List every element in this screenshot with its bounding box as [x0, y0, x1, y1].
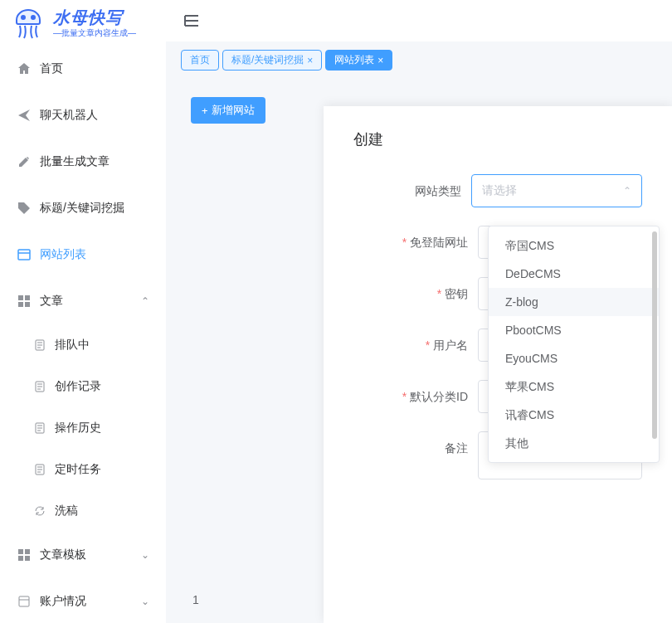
- tab-home[interactable]: 首页: [181, 50, 219, 71]
- sidebar-item-sites[interactable]: 网站列表: [0, 231, 166, 278]
- sidebar-item-label: 聊天机器人: [40, 108, 98, 123]
- form-label: 用户名: [353, 329, 478, 362]
- logo: 水母快写 —批量文章内容生成—: [0, 0, 166, 46]
- tab-label: 网站列表: [334, 53, 374, 67]
- grid-icon: [17, 294, 32, 309]
- plus-icon: +: [202, 105, 208, 117]
- pager-number: 1: [192, 593, 199, 606]
- svg-rect-24: [18, 549, 23, 554]
- app-subtitle: —批量文章内容生成—: [53, 27, 136, 39]
- svg-rect-27: [25, 556, 30, 561]
- edit-icon: [17, 154, 32, 169]
- button-label: 新增网站: [212, 103, 255, 118]
- close-icon[interactable]: ×: [377, 55, 383, 66]
- submenu-label: 定时任务: [55, 462, 101, 477]
- option-empire-cms[interactable]: 帝国CMS: [489, 231, 659, 260]
- doc-icon: [33, 463, 46, 476]
- sidebar-item-templates[interactable]: 文章模板 ⌄: [0, 532, 166, 578]
- tab-keywords[interactable]: 标题/关键词挖掘×: [222, 50, 322, 71]
- sidebar-item-home[interactable]: 首页: [0, 46, 166, 92]
- sidebar-item-label: 账户情况: [40, 594, 86, 609]
- form-label: 默认分类ID: [353, 380, 478, 413]
- svg-rect-5: [25, 295, 30, 300]
- tag-icon: [17, 201, 32, 216]
- home-icon: [17, 61, 32, 76]
- jellyfish-logo-icon: [8, 3, 48, 43]
- submenu-queue[interactable]: 排队中: [0, 324, 166, 366]
- svg-rect-7: [25, 302, 30, 307]
- form-label: 免登陆网址: [353, 226, 478, 259]
- dropdown-scrollbar[interactable]: [652, 231, 657, 457]
- grid-icon: [17, 548, 32, 562]
- svg-rect-4: [18, 295, 23, 300]
- sidebar: 水母快写 —批量文章内容生成— 首页 聊天机器人 批量生成文章 标题/关键词挖掘…: [0, 0, 166, 623]
- sidebar-item-keywords[interactable]: 标题/关键词挖掘: [0, 185, 166, 231]
- sidebar-item-label: 标题/关键词挖掘: [40, 201, 124, 216]
- account-icon: [17, 594, 32, 609]
- svg-rect-26: [18, 556, 23, 561]
- tab-label: 首页: [190, 53, 210, 67]
- hamburger-icon[interactable]: [183, 12, 201, 30]
- chevron-up-icon: ⌃: [141, 295, 149, 307]
- sidebar-item-label: 文章模板: [40, 548, 86, 562]
- sidebar-item-label: 网站列表: [40, 247, 86, 262]
- form-label: 网站类型: [353, 174, 471, 207]
- window-icon: [17, 247, 32, 262]
- option-applecms[interactable]: 苹果CMS: [489, 372, 659, 401]
- app-name: 水母快写: [53, 7, 136, 29]
- send-icon: [17, 108, 32, 123]
- submenu-history[interactable]: 操作历史: [0, 407, 166, 449]
- chevron-up-icon: ⌃: [623, 185, 631, 197]
- svg-rect-25: [25, 549, 30, 554]
- svg-rect-2: [18, 250, 30, 260]
- tab-label: 标题/关键词挖掘: [231, 53, 304, 67]
- sidebar-item-label: 首页: [40, 61, 63, 76]
- tab-sites[interactable]: 网站列表×: [325, 50, 392, 71]
- main-area: 首页 标题/关键词挖掘× 网站列表× +新增网站 1 创建 网站类型 请选择 ⌃…: [166, 0, 672, 623]
- submenu-label: 排队中: [55, 338, 90, 353]
- submenu-label: 洗稿: [55, 504, 78, 518]
- chevron-down-icon: ⌄: [141, 549, 149, 561]
- form-label: 备注: [353, 431, 478, 465]
- option-pbootcms[interactable]: PbootCMS: [489, 316, 659, 344]
- chevron-down-icon: ⌄: [141, 596, 149, 607]
- submenu-label: 创作记录: [55, 379, 101, 394]
- option-eyoucms[interactable]: EyouCMS: [489, 344, 659, 372]
- sidebar-item-account[interactable]: 账户情况 ⌄: [0, 578, 166, 623]
- refresh-icon: [33, 504, 46, 518]
- create-dialog: 创建 网站类型 请选择 ⌃ 免登陆网址 密钥 用户名: [324, 106, 672, 623]
- option-zblog[interactable]: Z-blog: [489, 288, 659, 316]
- dialog-title: 创建: [353, 129, 642, 149]
- svg-point-0: [22, 16, 25, 19]
- site-type-select[interactable]: 请选择 ⌃: [471, 174, 642, 207]
- doc-icon: [33, 338, 46, 352]
- doc-icon: [33, 421, 46, 435]
- add-site-button[interactable]: +新增网站: [191, 97, 265, 124]
- sidebar-item-label: 批量生成文章: [40, 154, 110, 169]
- form-row-type: 网站类型 请选择 ⌃: [353, 174, 642, 207]
- topbar: [166, 0, 672, 41]
- option-dedecms[interactable]: DeDeCMS: [489, 260, 659, 288]
- sidebar-item-batch[interactable]: 批量生成文章: [0, 139, 166, 185]
- select-placeholder: 请选择: [482, 183, 517, 198]
- sidebar-item-articles[interactable]: 文章 ⌃: [0, 278, 166, 324]
- close-icon[interactable]: ×: [307, 55, 313, 66]
- svg-rect-6: [18, 302, 23, 307]
- svg-rect-28: [19, 596, 29, 606]
- option-xunrui-cms[interactable]: 讯睿CMS: [489, 401, 659, 429]
- doc-icon: [33, 380, 46, 393]
- sidebar-item-label: 文章: [40, 294, 63, 309]
- site-type-dropdown: 帝国CMS DeDeCMS Z-blog PbootCMS EyouCMS 苹果…: [488, 226, 660, 463]
- submenu-records[interactable]: 创作记录: [0, 366, 166, 407]
- submenu-label: 操作历史: [55, 421, 101, 436]
- tagbar: 首页 标题/关键词挖掘× 网站列表×: [166, 41, 672, 79]
- form-label: 密钥: [353, 277, 478, 310]
- option-other[interactable]: 其他: [489, 429, 659, 457]
- svg-point-1: [32, 16, 35, 19]
- submenu-scheduled[interactable]: 定时任务: [0, 449, 166, 490]
- sidebar-item-chatbot[interactable]: 聊天机器人: [0, 92, 166, 139]
- submenu-rewrite[interactable]: 洗稿: [0, 490, 166, 532]
